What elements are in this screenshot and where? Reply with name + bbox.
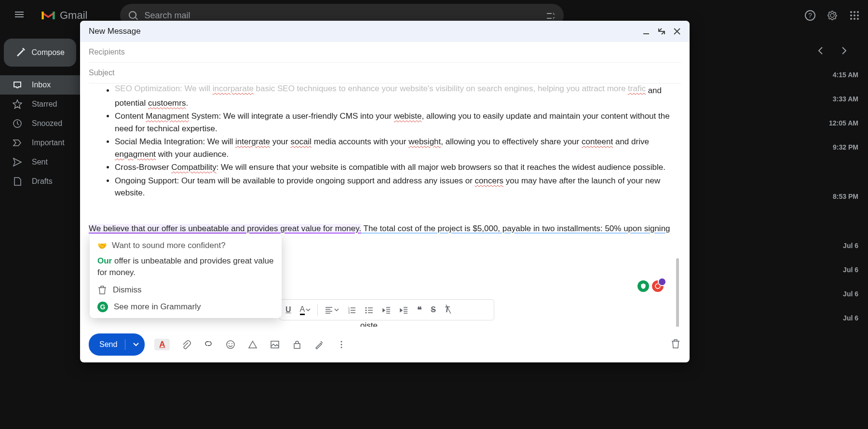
- grammarly-status-icon[interactable]: [651, 279, 665, 293]
- more-options-icon[interactable]: [336, 339, 347, 350]
- svg-point-6: [854, 14, 855, 16]
- body-bullet: SEO Optimization: We will incorparate ba…: [115, 84, 681, 109]
- seemore-label: See more in Grammarly: [114, 302, 201, 312]
- popout-icon[interactable]: [658, 28, 665, 35]
- body-bullet: Cross-Browser Compatbility: We will ensu…: [115, 161, 681, 174]
- strikethrough-button[interactable]: S: [429, 304, 438, 316]
- mail-time[interactable]: 4:15 AM: [806, 63, 864, 87]
- discard-draft-icon[interactable]: [670, 338, 681, 351]
- svg-point-8: [850, 18, 852, 20]
- svg-text:3: 3: [348, 311, 350, 314]
- grammarly-dismiss-button[interactable]: Dismiss: [97, 285, 274, 295]
- subject-field[interactable]: Subject: [89, 63, 681, 83]
- compose-header[interactable]: New Message: [80, 21, 690, 42]
- insert-link-icon[interactable]: [203, 339, 214, 350]
- insert-photo-icon[interactable]: [269, 339, 281, 350]
- compose-title: New Message: [89, 27, 141, 36]
- gmail-text: Gmail: [60, 9, 87, 22]
- send-icon: [13, 157, 22, 167]
- search-input[interactable]: [144, 11, 545, 21]
- settings-gear-icon[interactable]: [827, 10, 838, 21]
- pencil-icon: [15, 47, 25, 58]
- sidebar-item-label: Inbox: [32, 81, 51, 89]
- minimize-icon[interactable]: [642, 28, 650, 35]
- compose-label: Compose: [32, 48, 65, 57]
- grammarly-suggestion-popup: 🤝 Want to sound more confident? Our offe…: [90, 234, 282, 318]
- body-fragment: oiste.: [360, 319, 380, 327]
- important-icon: [13, 138, 22, 148]
- send-label: Send: [99, 340, 117, 349]
- recipients-field[interactable]: Recipients: [89, 42, 681, 63]
- svg-point-24: [366, 310, 367, 311]
- svg-point-2: [850, 11, 852, 13]
- svg-point-17: [341, 341, 342, 343]
- mail-time[interactable]: Jul 6: [806, 234, 864, 258]
- svg-point-14: [231, 343, 232, 344]
- remove-formatting-button[interactable]: T╲: [443, 304, 457, 317]
- svg-point-5: [850, 14, 852, 16]
- svg-point-3: [854, 11, 855, 13]
- attach-file-icon[interactable]: [180, 339, 192, 350]
- formatting-toolbar: U A 123 ❝ S T╲: [279, 299, 494, 320]
- sidebar-item-label: Drafts: [32, 177, 53, 186]
- svg-point-12: [227, 341, 234, 348]
- grammarly-header: 🤝 Want to sound more confident?: [97, 241, 274, 250]
- help-icon[interactable]: ?: [804, 10, 816, 21]
- align-button[interactable]: [323, 304, 341, 316]
- mail-time[interactable]: Jul 6: [806, 282, 864, 306]
- grammarly-tone-icon[interactable]: [637, 279, 650, 293]
- insert-signature-icon[interactable]: [313, 339, 325, 350]
- svg-point-18: [341, 344, 342, 346]
- hamburger-menu-icon[interactable]: [8, 3, 31, 28]
- send-more-icon[interactable]: [133, 342, 139, 347]
- mail-time[interactable]: 8:53 PM: [806, 184, 864, 208]
- apps-grid-icon[interactable]: [849, 10, 860, 21]
- gmail-m-icon: [41, 8, 56, 23]
- mail-time[interactable]: Jul 6: [806, 306, 864, 330]
- indent-less-button[interactable]: [380, 304, 393, 316]
- compose-button[interactable]: Compose: [4, 39, 76, 67]
- sidebar-item-label: Starred: [32, 100, 57, 109]
- svg-rect-16: [294, 344, 300, 348]
- search-options-icon[interactable]: [545, 10, 556, 21]
- gmail-logo[interactable]: Gmail: [41, 8, 87, 23]
- insert-drive-icon[interactable]: [247, 339, 258, 350]
- body-bullet: Content Managment System: We will integr…: [115, 110, 681, 135]
- mail-time[interactable]: 3:33 AM: [806, 87, 864, 111]
- svg-text:?: ?: [808, 12, 812, 19]
- trash-icon: [97, 285, 107, 295]
- scrollbar[interactable]: [676, 258, 679, 327]
- svg-point-9: [854, 18, 855, 20]
- sidebar-item-label: Snoozed: [32, 119, 62, 128]
- send-button[interactable]: Send: [89, 333, 145, 356]
- bulleted-list-button[interactable]: [363, 304, 376, 316]
- confidential-mode-icon[interactable]: [291, 339, 303, 350]
- grammarly-header-text: Want to sound more confident?: [112, 241, 226, 250]
- chevron-down-icon: [306, 307, 311, 312]
- mail-time[interactable]: 9:32 PM: [806, 135, 864, 159]
- svg-point-10: [857, 18, 859, 20]
- svg-point-19: [341, 347, 342, 348]
- compose-footer: Send A: [80, 327, 690, 362]
- text-color-button[interactable]: A: [298, 303, 313, 317]
- indent-more-button[interactable]: [398, 304, 410, 316]
- mail-time[interactable]: 12:05 AM: [806, 111, 864, 135]
- svg-point-7: [857, 14, 859, 16]
- close-icon[interactable]: [673, 28, 681, 35]
- mail-time[interactable]: Jul 6: [806, 258, 864, 282]
- svg-rect-15: [271, 341, 279, 348]
- grammarly-badges[interactable]: [637, 279, 665, 293]
- quote-button[interactable]: ❝: [415, 303, 424, 317]
- svg-point-25: [366, 312, 367, 314]
- grammarly-seemore-button[interactable]: G See more in Grammarly: [97, 302, 274, 312]
- handshake-icon: 🤝: [97, 241, 107, 250]
- insert-emoji-icon[interactable]: [225, 339, 236, 350]
- svg-point-4: [857, 11, 859, 13]
- numbered-list-button[interactable]: 123: [346, 304, 358, 316]
- body-paragraph: We believe that our offer is unbeatable …: [89, 222, 681, 235]
- svg-point-23: [366, 307, 367, 309]
- grammarly-g-icon: G: [97, 302, 108, 312]
- grammarly-suggestion[interactable]: Our offer is unbeatable and provides gre…: [97, 255, 274, 278]
- formatting-options-icon[interactable]: A: [154, 339, 170, 350]
- underline-button[interactable]: U: [284, 304, 293, 316]
